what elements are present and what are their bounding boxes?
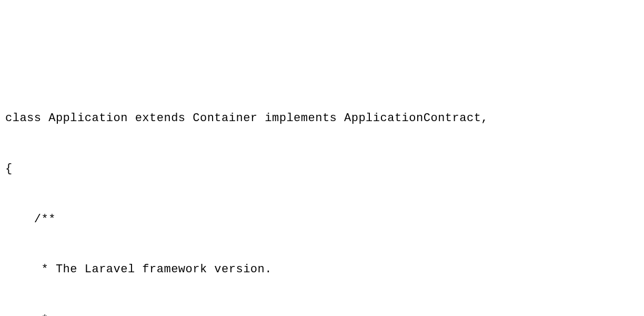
code-text[interactable]: /** [5, 211, 56, 228]
code-text[interactable]: class Application extends Container impl… [5, 110, 488, 127]
code-text[interactable]: * [5, 312, 48, 316]
code-line[interactable]: { [0, 161, 644, 177]
code-text[interactable]: * The Laravel framework version. [5, 261, 272, 278]
code-line[interactable]: /** [0, 211, 644, 228]
code-line[interactable]: class Application extends Container impl… [0, 110, 644, 127]
code-editor[interactable]: class Application extends Container impl… [0, 77, 644, 316]
code-text[interactable]: { [5, 161, 13, 177]
code-line[interactable]: * The Laravel framework version. [0, 261, 644, 278]
code-line[interactable]: * [0, 312, 644, 316]
